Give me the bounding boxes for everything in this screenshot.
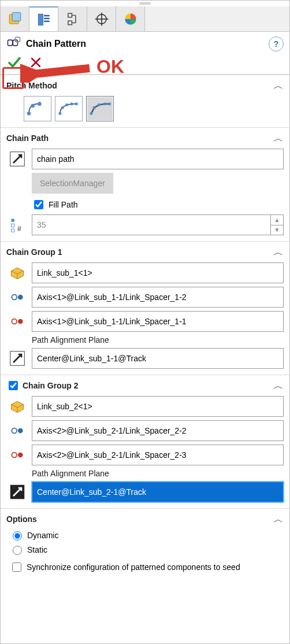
- pitch-method-distance[interactable]: [24, 96, 51, 121]
- property-manager-panel: Chain Pattern ? OK Pitch Method ︿: [0, 0, 290, 644]
- chain-group-2-enable-checkbox[interactable]: [9, 381, 18, 390]
- svg-point-24: [70, 102, 73, 105]
- cancel-button[interactable]: [28, 55, 43, 70]
- group2-link1-field[interactable]: Axis<2>@Link_sub_2-1/Link_Spacer_2-2: [32, 420, 284, 441]
- spinner-down[interactable]: ▼: [271, 225, 283, 235]
- ok-button[interactable]: [6, 54, 23, 71]
- pitch-link-1-icon: [6, 289, 28, 305]
- option-sync-row[interactable]: Synchronize configuration of patterned c…: [10, 561, 284, 573]
- svg-point-30: [108, 102, 111, 105]
- chain-path-field[interactable]: chain path: [32, 149, 284, 169]
- svg-rect-33: [12, 224, 14, 227]
- section-chain-group-2: Chain Group 2 ︿ Link_sub_2<1> Axis<2>@Li…: [1, 375, 289, 508]
- svg-point-36: [12, 295, 17, 300]
- tab-dimxpert-manager[interactable]: [87, 6, 116, 31]
- svg-point-20: [38, 102, 42, 106]
- svg-rect-5: [44, 20, 50, 21]
- svg-rect-7: [68, 21, 72, 25]
- section-title: Chain Group 1: [6, 247, 62, 257]
- section-title: Options: [6, 515, 37, 524]
- chain-pattern-icon: [6, 35, 21, 52]
- pitch-method-connected-linkage[interactable]: [86, 96, 114, 121]
- group2-component-field[interactable]: Link_sub_2<1>: [32, 396, 284, 417]
- pitch-method-distance-linkage[interactable]: [55, 96, 83, 121]
- section-header-options[interactable]: Options ︿: [6, 512, 284, 526]
- svg-point-28: [98, 103, 101, 106]
- selection-manager-button: SelectionManager: [32, 173, 113, 194]
- section-chain-path: Chain Path ︿ chain path SelectionManager…: [1, 127, 289, 241]
- instance-count-field[interactable]: 35 ▲ ▼: [32, 214, 284, 235]
- instance-count-icon: #: [6, 217, 28, 233]
- help-button[interactable]: ?: [269, 36, 284, 51]
- section-title: Chain Path: [6, 134, 49, 143]
- tab-configuration-manager[interactable]: [58, 6, 87, 31]
- fill-path-checkbox[interactable]: [34, 200, 43, 209]
- svg-point-25: [75, 102, 78, 105]
- collapse-icon: ︿: [273, 512, 284, 526]
- section-options: Options ︿ Dynamic Static Synchronize con…: [1, 508, 289, 579]
- option-dynamic-radio[interactable]: [13, 531, 22, 541]
- section-header-chain-group-2[interactable]: Chain Group 2 ︿: [6, 379, 284, 393]
- group2-align-field[interactable]: Center@Link_sub_2-1@Track: [32, 482, 284, 502]
- section-chain-group-1: Chain Group 1 ︿ Link_sub_1<1> Axis<1>@Li…: [1, 241, 289, 375]
- svg-point-37: [18, 295, 23, 300]
- tab-property-manager[interactable]: [29, 6, 58, 31]
- option-dynamic-label: Dynamic: [27, 531, 58, 540]
- path-direction-icon[interactable]: [6, 151, 28, 167]
- group1-align-label: Path Alignment Plane: [32, 335, 284, 345]
- section-header-pitch-method[interactable]: Pitch Method ︿: [6, 79, 284, 92]
- option-sync-checkbox[interactable]: [12, 562, 21, 572]
- fill-path-row[interactable]: Fill Path: [32, 198, 284, 211]
- ok-cancel-row: [1, 54, 289, 75]
- alignment-plane-icon[interactable]: [6, 484, 28, 500]
- svg-rect-34: [12, 229, 14, 232]
- component-icon: [6, 398, 28, 414]
- section-pitch-method: Pitch Method ︿: [1, 75, 289, 127]
- svg-rect-32: [12, 219, 14, 222]
- svg-point-18: [27, 112, 31, 116]
- section-header-chain-group-1[interactable]: Chain Group 1 ︿: [6, 245, 284, 259]
- group1-link1-field[interactable]: Axis<1>@Link_sub_1-1/Link_Spacer_1-2: [32, 287, 284, 308]
- tab-display-manager[interactable]: [116, 6, 145, 31]
- option-sync-label: Synchronize configuration of patterned c…: [27, 562, 240, 572]
- svg-text:#: #: [17, 225, 21, 233]
- svg-point-21: [59, 112, 62, 115]
- collapse-icon: ︿: [273, 79, 284, 92]
- svg-rect-4: [44, 17, 50, 18]
- group2-link2-field[interactable]: Axis<2>@Link_sub_2-1/Link_Spacer_2-3: [32, 445, 284, 465]
- feature-title-row: Chain Pattern ?: [1, 32, 289, 54]
- collapse-icon: ︿: [273, 131, 284, 145]
- group1-align-field[interactable]: Center@Link_sub_1-1@Track: [32, 348, 284, 369]
- svg-rect-1: [12, 12, 21, 21]
- instance-count-value: 35: [32, 215, 270, 235]
- group1-component-field[interactable]: Link_sub_1<1>: [32, 262, 284, 283]
- svg-rect-3: [44, 14, 50, 16]
- option-static-label: Static: [27, 545, 47, 554]
- group1-link2-field[interactable]: Axis<1>@Link_sub_1-1/Link_Spacer_1-1: [32, 311, 284, 332]
- section-header-chain-path[interactable]: Chain Path ︿: [6, 131, 284, 145]
- tab-feature-manager[interactable]: [1, 6, 29, 31]
- svg-point-27: [93, 106, 96, 109]
- pitch-link-2-icon: [6, 447, 28, 463]
- svg-point-41: [12, 428, 17, 434]
- alignment-plane-icon[interactable]: [6, 350, 28, 367]
- pitch-link-1-icon: [6, 423, 28, 439]
- pitch-link-2-icon: [6, 313, 28, 330]
- option-static-radio[interactable]: [13, 546, 22, 555]
- collapse-icon: ︿: [273, 245, 284, 259]
- manager-tabstrip: [1, 6, 289, 32]
- section-title: Pitch Method: [6, 81, 57, 90]
- panel-grip[interactable]: [1, 1, 289, 6]
- help-icon: ?: [274, 39, 279, 49]
- fill-path-label: Fill Path: [49, 200, 78, 209]
- spinner-up[interactable]: ▲: [271, 215, 283, 225]
- section-title: Chain Group 2: [23, 381, 78, 390]
- svg-point-26: [90, 112, 93, 115]
- option-static-row[interactable]: Static: [10, 544, 284, 555]
- svg-point-38: [12, 319, 17, 324]
- group2-align-label: Path Alignment Plane: [32, 469, 284, 478]
- option-dynamic-row[interactable]: Dynamic: [10, 530, 284, 541]
- svg-rect-2: [38, 14, 43, 25]
- svg-point-43: [12, 453, 17, 458]
- svg-point-23: [65, 103, 68, 106]
